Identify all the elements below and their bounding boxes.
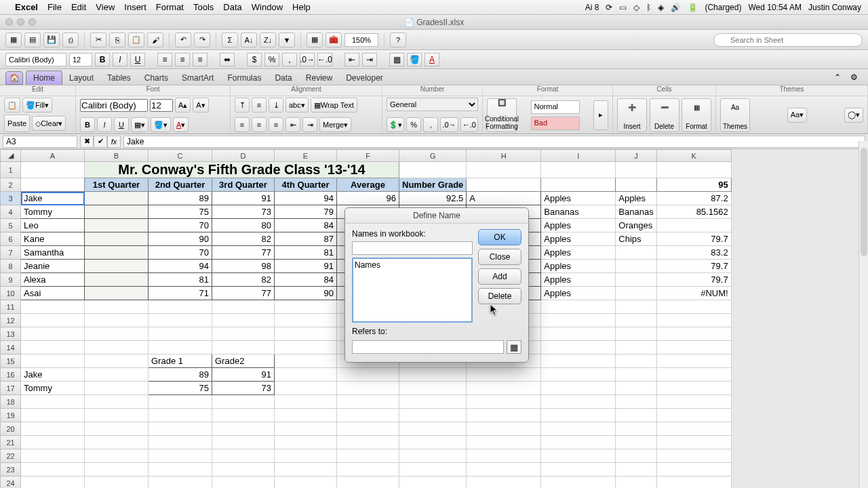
close-button[interactable]: Close bbox=[478, 249, 521, 265]
print-icon[interactable]: ⎙ bbox=[62, 33, 79, 47]
tab-data[interactable]: Data bbox=[268, 71, 298, 85]
range-picker-icon[interactable]: ▦ bbox=[507, 340, 521, 354]
align-top-icon[interactable]: ⤒ bbox=[235, 98, 250, 113]
wifi-icon[interactable]: ◈ bbox=[658, 3, 664, 12]
menu-view[interactable]: View bbox=[96, 2, 115, 12]
dropbox-icon[interactable]: ◇ bbox=[633, 3, 639, 12]
delete-button-dialog[interactable]: Delete bbox=[478, 288, 521, 304]
datetime[interactable]: Wed 10:54 AM bbox=[748, 3, 802, 12]
filter-icon[interactable]: ▼ bbox=[279, 33, 295, 47]
fill-color-icon[interactable]: 🪣 bbox=[407, 53, 422, 66]
ribbon-bold[interactable]: B bbox=[80, 117, 95, 132]
gallery-icon[interactable]: ▦ bbox=[307, 33, 323, 47]
style-bad[interactable]: Bad bbox=[531, 117, 580, 130]
app-name[interactable]: Excel bbox=[15, 2, 38, 12]
adobe-icon[interactable]: Ai 8 bbox=[585, 3, 599, 12]
shrink-font-icon[interactable]: A▾ bbox=[193, 98, 208, 113]
increase-decimal-icon[interactable]: .0→ bbox=[300, 53, 315, 66]
comma-icon[interactable]: , bbox=[282, 53, 297, 66]
menu-help[interactable]: Help bbox=[292, 2, 311, 12]
copy-icon[interactable]: ⎘ bbox=[109, 33, 125, 47]
wrap-text-button[interactable]: ▦ Wrap Text bbox=[311, 98, 357, 113]
battery-icon[interactable]: 🔋 bbox=[688, 3, 698, 12]
decrease-decimal-icon[interactable]: ←.0 bbox=[317, 53, 332, 66]
format-painter-icon[interactable]: 🖌 bbox=[147, 33, 163, 47]
align-bottom-icon[interactable]: ⤓ bbox=[269, 98, 283, 113]
styles-more-icon[interactable]: ▸ bbox=[593, 100, 608, 130]
font-family-select[interactable] bbox=[5, 53, 66, 66]
accounting-icon[interactable]: 💲▾ bbox=[387, 117, 404, 132]
align-right-icon[interactable]: ≡ bbox=[193, 53, 208, 66]
paste-button[interactable]: Paste bbox=[4, 115, 30, 132]
fx-icon[interactable]: fx bbox=[107, 136, 121, 148]
paste-split-icon[interactable]: 📋 bbox=[4, 98, 20, 113]
sort-asc-icon[interactable]: A↓ bbox=[241, 33, 257, 47]
help-icon[interactable]: ? bbox=[390, 33, 406, 47]
accept-formula-icon[interactable]: ✔ bbox=[94, 136, 107, 148]
add-button[interactable]: Add bbox=[478, 268, 521, 285]
sync-icon[interactable]: ⟳ bbox=[606, 3, 612, 12]
ribbon-settings-icon[interactable]: ⚙ bbox=[850, 73, 863, 85]
themes-button[interactable]: AaThemes bbox=[720, 98, 750, 132]
toolbox-icon[interactable]: 🧰 bbox=[326, 33, 342, 47]
align-middle-icon[interactable]: ≡ bbox=[252, 98, 267, 113]
style-normal[interactable]: Normal bbox=[531, 100, 580, 114]
name-input[interactable] bbox=[352, 241, 473, 255]
tab-home[interactable]: Home bbox=[26, 70, 62, 85]
save-icon[interactable]: 💾 bbox=[43, 33, 60, 47]
sort-desc-icon[interactable]: Z↓ bbox=[260, 33, 276, 47]
tab-formulas[interactable]: Formulas bbox=[220, 71, 268, 85]
autosum-icon[interactable]: Σ bbox=[222, 33, 238, 47]
outdent-icon[interactable]: ⇤ bbox=[344, 53, 359, 66]
merge-button[interactable]: Merge ▾ bbox=[319, 117, 351, 132]
user-name[interactable]: Justin Conway bbox=[808, 3, 861, 12]
align-center-icon[interactable]: ≡ bbox=[175, 53, 190, 66]
open-icon[interactable]: ▤ bbox=[24, 33, 41, 47]
italic-button[interactable]: I bbox=[113, 53, 127, 66]
traffic-lights[interactable] bbox=[5, 18, 36, 26]
menu-edit[interactable]: Edit bbox=[71, 2, 86, 12]
indent-icon[interactable]: ⇥ bbox=[362, 53, 377, 66]
indent-icon-r[interactable]: ⇥ bbox=[302, 117, 317, 132]
fill-button[interactable]: 🪣 Fill ▾ bbox=[22, 98, 52, 113]
percent-icon[interactable]: % bbox=[264, 53, 279, 66]
tab-developer[interactable]: Developer bbox=[339, 71, 390, 85]
cut-icon[interactable]: ✂ bbox=[90, 33, 106, 47]
inc-dec-icon[interactable]: .0→ bbox=[440, 117, 458, 132]
undo-icon[interactable]: ↶ bbox=[175, 33, 191, 47]
tab-tables[interactable]: Tables bbox=[100, 71, 138, 85]
volume-icon[interactable]: 🔊 bbox=[671, 3, 681, 12]
clear-button[interactable]: ◇ Clear ▾ bbox=[32, 116, 66, 131]
menu-insert[interactable]: Insert bbox=[124, 2, 146, 12]
ribbon-font-color-icon[interactable]: A▾ bbox=[173, 117, 189, 132]
underline-button[interactable]: U bbox=[130, 53, 145, 66]
align-left-icon[interactable]: ≡ bbox=[157, 53, 172, 66]
ribbon-underline[interactable]: U bbox=[114, 117, 129, 132]
delete-button[interactable]: ➖Delete bbox=[650, 98, 679, 132]
tab-smartart[interactable]: SmartArt bbox=[175, 71, 220, 85]
font-color-icon[interactable]: A bbox=[425, 53, 439, 66]
menu-format[interactable]: Format bbox=[156, 2, 184, 12]
bluetooth-icon[interactable]: ᛒ bbox=[646, 3, 651, 12]
vertical-scrollbar[interactable] bbox=[859, 141, 868, 488]
number-format-select[interactable]: General bbox=[387, 98, 478, 111]
refers-to-input[interactable] bbox=[352, 340, 504, 354]
cancel-formula-icon[interactable]: ✖ bbox=[80, 136, 94, 148]
home-tab-icon[interactable]: 🏠 bbox=[5, 71, 23, 85]
tab-review[interactable]: Review bbox=[299, 71, 339, 85]
zoom-input[interactable] bbox=[344, 33, 378, 47]
insert-button[interactable]: ➕Insert bbox=[617, 98, 647, 132]
ribbon-font-select[interactable] bbox=[80, 99, 148, 112]
theme-colors-icon[interactable]: ◯▾ bbox=[844, 108, 863, 123]
percent-icon-r[interactable]: % bbox=[406, 117, 421, 132]
menu-file[interactable]: File bbox=[47, 2, 62, 12]
formula-input[interactable] bbox=[123, 136, 865, 148]
tab-charts[interactable]: Charts bbox=[138, 71, 175, 85]
currency-icon[interactable]: $ bbox=[247, 53, 262, 66]
conditional-formatting-button[interactable]: 🔲Conditional Formatting bbox=[487, 98, 517, 132]
menu-window[interactable]: Window bbox=[252, 2, 283, 12]
menu-tools[interactable]: Tools bbox=[193, 2, 214, 12]
search-input[interactable] bbox=[713, 33, 863, 47]
align-l-icon[interactable]: ≡ bbox=[235, 117, 250, 132]
redo-icon[interactable]: ↷ bbox=[194, 33, 210, 47]
